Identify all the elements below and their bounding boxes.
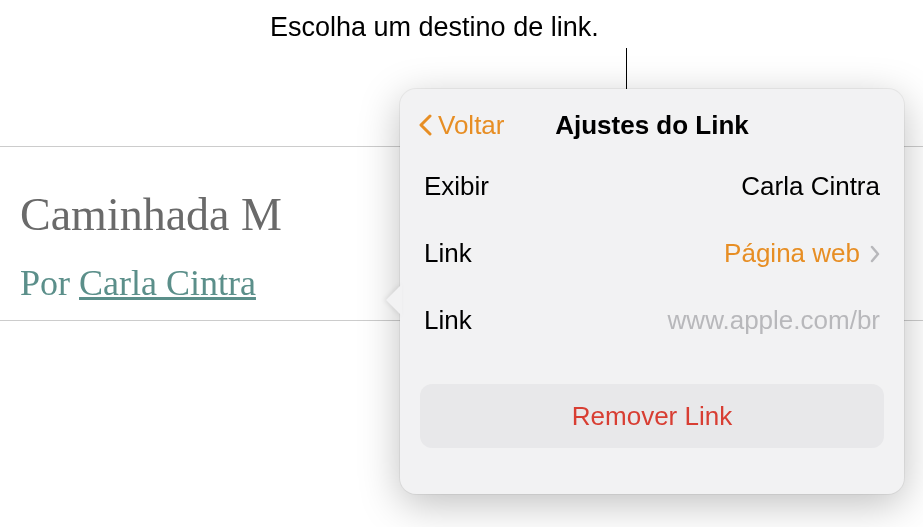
document-title: Caminhada M: [20, 188, 282, 241]
document-author-line: Por Carla Cintra: [20, 262, 256, 304]
remove-link-label: Remover Link: [572, 401, 732, 432]
display-value: Carla Cintra: [741, 171, 880, 202]
popover-pointer: [386, 284, 402, 316]
author-link[interactable]: Carla Cintra: [79, 263, 256, 303]
link-settings-popover: Voltar Ajustes do Link Exibir Carla Cint…: [400, 89, 904, 494]
chevron-right-icon: [870, 245, 880, 263]
link-type-row[interactable]: Link Página web: [400, 220, 904, 287]
popover-title: Ajustes do Link: [555, 110, 749, 141]
popover-header: Voltar Ajustes do Link: [400, 97, 904, 153]
link-url-placeholder: www.apple.com/br: [668, 305, 880, 336]
back-label: Voltar: [438, 110, 505, 141]
display-row[interactable]: Exibir Carla Cintra: [400, 153, 904, 220]
link-url-row[interactable]: Link www.apple.com/br: [400, 287, 904, 354]
remove-link-button[interactable]: Remover Link: [420, 384, 884, 448]
instruction-caption: Escolha um destino de link.: [270, 12, 599, 43]
author-prefix: Por: [20, 263, 79, 303]
link-type-label: Link: [424, 238, 472, 269]
link-url-label: Link: [424, 305, 472, 336]
link-type-value: Página web: [724, 238, 860, 269]
back-button[interactable]: Voltar: [418, 110, 505, 141]
chevron-left-icon: [418, 114, 432, 136]
link-type-value-group: Página web: [724, 238, 880, 269]
display-label: Exibir: [424, 171, 489, 202]
